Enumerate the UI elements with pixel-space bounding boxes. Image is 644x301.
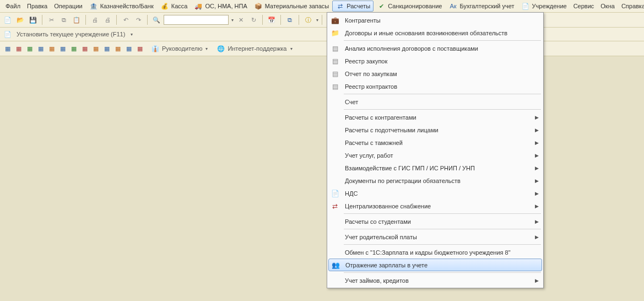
panel-btn-10[interactable]: ▦ <box>102 44 111 53</box>
panel-btn-8[interactable]: ▦ <box>80 44 89 53</box>
menu-help[interactable]: Справка <box>618 2 644 10</box>
copy-button[interactable]: ⧉ <box>58 14 69 25</box>
window-button[interactable]: ⧉ <box>284 14 295 25</box>
bank-icon: 🏦 <box>89 2 98 10</box>
mi-loans-credits[interactable]: Учет займов, кредитов ▶ <box>328 274 542 287</box>
menu-calculations[interactable]: ⇄ Расчеты <box>332 1 374 12</box>
search-dropdown[interactable]: ▾ <box>231 18 234 23</box>
submenu-arrow-icon: ▶ <box>535 115 539 120</box>
mi-contract-registry[interactable]: ▤ Реестр контрактов <box>328 80 542 93</box>
panel-icon: ▦ <box>113 44 122 53</box>
separator <box>85 15 86 25</box>
menu-edit[interactable]: Правка <box>24 2 51 10</box>
report-icon: ▤ <box>329 82 340 91</box>
panel-btn-2[interactable]: ▦ <box>14 44 23 53</box>
menu-institution[interactable]: 📄 Учреждение <box>518 1 570 12</box>
submenu-arrow-icon: ▶ <box>535 278 539 283</box>
mi-exchange-1c[interactable]: Обмен с "1С:Зарплата и кадры бюджетного … <box>328 246 542 259</box>
panel-btn-11[interactable]: ▦ <box>113 44 122 53</box>
search-icon: 🔍 <box>152 15 161 24</box>
mi-vat[interactable]: 📄 НДС ▶ <box>328 187 542 200</box>
clear-button[interactable]: ✕ <box>235 14 246 25</box>
paste-button[interactable]: 📋 <box>71 14 82 25</box>
print-icon: 🖨 <box>90 15 99 24</box>
blank-icon <box>329 217 340 226</box>
menu-windows[interactable]: Окна <box>597 2 618 10</box>
institution-dropdown[interactable]: ▾ <box>131 32 133 37</box>
info-dropdown[interactable]: ▾ <box>316 18 318 23</box>
menu-separator <box>344 244 541 245</box>
paste-icon: 📋 <box>72 15 81 24</box>
mi-contracts[interactable]: 📁 Договоры и иные основания возникновени… <box>328 26 542 39</box>
mi-gis-gmp[interactable]: Взаимодействие с ГИС ГМП / ИС РНИП / УНП… <box>328 162 542 174</box>
panel-btn-3[interactable]: ▦ <box>25 44 34 53</box>
new-button[interactable]: 📄 <box>2 14 13 25</box>
info-button[interactable]: ⓘ <box>302 14 313 25</box>
info-icon: ⓘ <box>304 15 312 24</box>
calendar-button[interactable]: 📅 <box>266 14 277 25</box>
cut-button[interactable]: ✂ <box>46 14 57 25</box>
calendar-icon: 📅 <box>267 15 276 24</box>
menu-accounting[interactable]: Aк Бухгалтерский учет <box>445 1 517 12</box>
manager-icon: 👔 <box>151 44 160 53</box>
menu-service[interactable]: Сервис <box>570 2 598 10</box>
mi-analysis[interactable]: ▤ Анализ исполнения договоров с поставщи… <box>328 42 542 55</box>
preview-icon: 🖨 <box>103 15 112 24</box>
print-preview-button[interactable]: 🖨 <box>102 14 113 25</box>
mi-with-students[interactable]: Расчеты со студентами ▶ <box>328 215 542 228</box>
print-button[interactable]: 🖨 <box>89 14 100 25</box>
separator <box>322 15 322 25</box>
set-institution-button[interactable]: Установить текущее учреждение (F11) <box>14 30 127 39</box>
panel-btn-13[interactable]: ▦ <box>136 44 144 53</box>
toolbar-institution: 📄 Установить текущее учреждение (F11) ▾ <box>0 28 644 41</box>
internet-support-button[interactable]: 🌐 Интернет-поддержка ▾ <box>214 43 294 54</box>
check-icon: ✔ <box>377 2 386 10</box>
menu-treasury[interactable]: 🏦 Казначейство/Банк <box>86 1 157 12</box>
to-manager-button[interactable]: 👔 Руководителю ▾ <box>149 43 210 54</box>
save-button[interactable]: 💾 <box>28 14 39 25</box>
panel-btn-4[interactable]: ▦ <box>36 44 45 53</box>
mi-with-counterparties[interactable]: Расчеты с контрагентами ▶ <box>328 111 542 123</box>
mi-purchase-report[interactable]: ▤ Отчет по закупкам <box>328 67 542 80</box>
find-button[interactable]: 🔍 <box>151 14 162 25</box>
mi-parental-fee[interactable]: Учет родительской платы ▶ <box>328 230 542 243</box>
report-icon: ▤ <box>329 57 340 66</box>
mi-purchase-registry[interactable]: ▤ Реестр закупок <box>328 55 542 67</box>
undo-icon: ↶ <box>121 15 130 24</box>
new-doc-icon: 📄 <box>3 15 12 24</box>
panel-btn-6[interactable]: ▦ <box>58 44 67 53</box>
search-input[interactable] <box>164 15 229 25</box>
mi-with-customs[interactable]: Расчеты с таможней ▶ <box>328 136 542 149</box>
panel-btn-5[interactable]: ▦ <box>47 44 56 53</box>
cash-icon: 💰 <box>160 2 169 10</box>
mi-counterparties[interactable]: 💼 Контрагенты <box>328 14 542 26</box>
blank-icon <box>329 176 340 185</box>
mi-account[interactable]: Счет <box>328 95 542 108</box>
redo-button[interactable]: ↷ <box>133 14 144 25</box>
blank-icon <box>329 113 340 122</box>
people-icon: 👥 <box>330 261 341 270</box>
panel-icon: ▦ <box>136 44 144 53</box>
panel-btn-9[interactable]: ▦ <box>91 44 100 53</box>
mi-central-supply[interactable]: ⇄ Централизованное снабжение ▶ <box>328 200 542 212</box>
mi-with-accountable[interactable]: Расчеты с подотчетными лицами ▶ <box>328 123 542 136</box>
mi-salary-reflection[interactable]: 👥 Отражение зарплаты в учете <box>328 259 542 271</box>
menu-assets[interactable]: 🚚 ОС, НМА, НПА <box>191 1 250 12</box>
chevron-down-icon: ▾ <box>205 46 208 51</box>
menu-file[interactable]: Файл <box>2 2 24 10</box>
mi-services-work[interactable]: Учет услуг, работ ▶ <box>328 149 542 162</box>
panel-btn-1[interactable]: ▦ <box>3 44 12 53</box>
blank-icon <box>329 164 340 173</box>
menu-cash[interactable]: 💰 Касса <box>157 1 191 12</box>
menu-inventory[interactable]: 📦 Материальные запасы <box>251 1 333 12</box>
mi-obligation-docs[interactable]: Документы по регистрации обязательств ▶ <box>328 174 542 187</box>
menu-operations[interactable]: Операции <box>51 2 85 10</box>
panel-btn-12[interactable]: ▦ <box>125 44 133 53</box>
panel-btn-7[interactable]: ▦ <box>69 44 78 53</box>
copy-icon: ⧉ <box>59 15 68 24</box>
undo-button[interactable]: ↶ <box>120 14 131 25</box>
menu-sanctions[interactable]: ✔ Санкционирование <box>374 1 445 12</box>
refresh-button[interactable]: ↻ <box>248 14 259 25</box>
folder-icon: 📁 <box>329 29 340 37</box>
open-button[interactable]: 📂 <box>15 14 26 25</box>
